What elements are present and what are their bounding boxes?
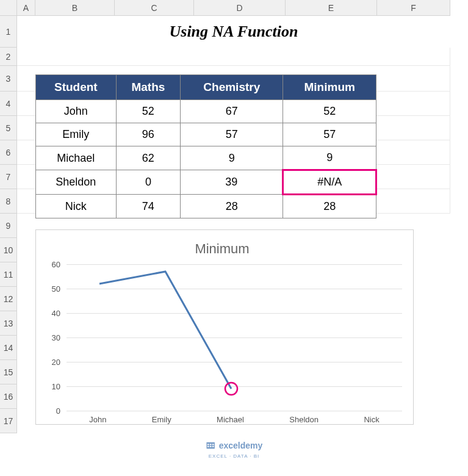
- chart-container[interactable]: Minimum 60 50 40 30 20 10 0 John Emily M…: [35, 229, 414, 425]
- data-table: Student Maths Chemistry Minimum John 52 …: [35, 74, 377, 218]
- row-header-7[interactable]: 7: [0, 165, 17, 189]
- watermark-brand: exceldemy: [219, 441, 263, 450]
- y-tick: 30: [52, 333, 60, 342]
- y-tick: 10: [52, 381, 60, 391]
- svg-rect-0: [206, 442, 214, 449]
- cell-minimum[interactable]: 9: [283, 146, 376, 170]
- y-tick: 40: [52, 308, 60, 317]
- row-header-2[interactable]: 2: [0, 48, 17, 66]
- x-axis: John Emily Michael Sheldon Nick: [67, 415, 402, 424]
- cell-maths[interactable]: 52: [116, 100, 181, 123]
- row-header-14[interactable]: 14: [0, 336, 17, 360]
- cell-chemistry[interactable]: 39: [181, 170, 283, 195]
- y-tick: 20: [52, 358, 60, 367]
- cell-student[interactable]: Emily: [36, 123, 117, 146]
- watermark: exceldemy: [206, 441, 263, 450]
- row-header-3[interactable]: 3: [0, 66, 17, 92]
- svg-rect-3: [212, 444, 214, 445]
- col-header-D[interactable]: D: [194, 0, 286, 16]
- svg-rect-6: [212, 446, 214, 447]
- row-header-8[interactable]: 8: [0, 189, 17, 214]
- cell-maths[interactable]: 0: [116, 170, 181, 195]
- cell-minimum-highlighted[interactable]: #N/A: [283, 170, 376, 195]
- cell-maths[interactable]: 74: [116, 195, 181, 218]
- chart-title: Minimum: [42, 241, 402, 257]
- table-row: Nick 74 28 28: [36, 195, 376, 218]
- cell-maths[interactable]: 62: [116, 146, 181, 170]
- x-label: Michael: [217, 415, 244, 424]
- table-row: John 52 67 52: [36, 100, 376, 123]
- cell-minimum[interactable]: 52: [283, 100, 376, 123]
- row-header-17[interactable]: 17: [0, 409, 17, 433]
- col-header-B[interactable]: B: [35, 0, 115, 16]
- cell-chemistry[interactable]: 9: [181, 146, 283, 170]
- col-header-A[interactable]: A: [17, 0, 35, 16]
- table-row: Emily 96 57 57: [36, 123, 376, 146]
- header-maths[interactable]: Maths: [116, 75, 181, 100]
- y-tick: 50: [52, 284, 60, 294]
- cell-student[interactable]: Nick: [36, 195, 117, 218]
- cell-student[interactable]: Sheldon: [36, 170, 117, 195]
- chart-plot: 60 50 40 30 20 10 0 John Emily Michael S…: [42, 264, 402, 411]
- header-chemistry[interactable]: Chemistry: [181, 75, 283, 100]
- svg-rect-2: [209, 444, 211, 445]
- table-row: Sheldon 0 39 #N/A: [36, 170, 376, 195]
- row-header-15[interactable]: 15: [0, 360, 17, 384]
- col-header-E[interactable]: E: [286, 0, 377, 16]
- row-header-16[interactable]: 16: [0, 384, 17, 409]
- cell-chemistry[interactable]: 67: [181, 100, 283, 123]
- header-student[interactable]: Student: [36, 75, 117, 100]
- col-header-F[interactable]: F: [377, 0, 450, 16]
- watermark-tagline: EXCEL · DATA · BI: [209, 453, 260, 459]
- cell-row2[interactable]: [17, 48, 450, 66]
- row-header-12[interactable]: 12: [0, 287, 17, 311]
- svg-rect-5: [209, 446, 211, 447]
- row-header-11[interactable]: 11: [0, 262, 17, 287]
- table-header-row: Student Maths Chemistry Minimum: [36, 75, 376, 100]
- col-header-C[interactable]: C: [115, 0, 194, 16]
- y-axis: 60 50 40 30 20 10 0: [42, 264, 64, 411]
- svg-rect-1: [207, 444, 209, 445]
- cell-chemistry[interactable]: 28: [181, 195, 283, 218]
- row-header-9[interactable]: 9: [0, 214, 17, 238]
- cell-student[interactable]: Michael: [36, 146, 117, 170]
- row-header-13[interactable]: 13: [0, 311, 17, 336]
- row-header-5[interactable]: 5: [0, 116, 17, 140]
- table-row: Michael 62 9 9: [36, 146, 376, 170]
- svg-rect-4: [207, 446, 209, 447]
- y-tick: 0: [56, 406, 60, 416]
- row-header-4[interactable]: 4: [0, 92, 17, 116]
- header-minimum[interactable]: Minimum: [283, 75, 376, 100]
- line-chart-svg: [67, 264, 396, 411]
- grid-corner[interactable]: [0, 0, 17, 16]
- x-label: Nick: [364, 415, 379, 424]
- row-headers-extra: 9 10 11 12 13 14 15 16 17: [0, 214, 17, 433]
- row-header-10[interactable]: 10: [0, 238, 17, 262]
- chart-line: [99, 272, 231, 389]
- x-label: Emily: [152, 415, 171, 424]
- cell-maths[interactable]: 96: [116, 123, 181, 146]
- x-label: Sheldon: [289, 415, 319, 424]
- row-header-1[interactable]: 1: [0, 16, 17, 48]
- cell-student[interactable]: John: [36, 100, 117, 123]
- x-label: John: [89, 415, 106, 424]
- cell-minimum[interactable]: 57: [283, 123, 376, 146]
- row-header-6[interactable]: 6: [0, 140, 17, 165]
- y-tick: 60: [52, 260, 60, 269]
- spreadsheet-icon: [206, 441, 215, 450]
- cell-minimum[interactable]: 28: [283, 195, 376, 218]
- grid-line: [67, 411, 402, 411]
- cell-chemistry[interactable]: 57: [181, 123, 283, 146]
- page-title: Using NA Function: [17, 16, 450, 48]
